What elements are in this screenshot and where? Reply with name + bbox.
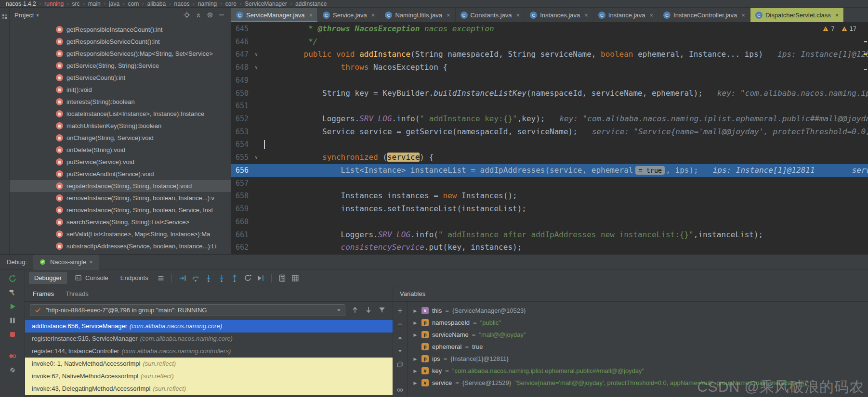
tree-item[interactable]: mputServiceAndInit(Service):void (10, 168, 231, 180)
run-to-cursor-icon[interactable] (255, 272, 266, 284)
stop-icon[interactable] (7, 329, 18, 340)
expand-icon[interactable]: ▶ (412, 381, 418, 385)
breadcrumb-item[interactable]: nacos-1.4.2 (6, 0, 36, 7)
gutter-line-number[interactable]: 646 (231, 36, 260, 49)
tree-item[interactable]: mgetService(String, String):Service (10, 60, 231, 72)
breadcrumb-item[interactable]: src (72, 0, 79, 7)
tree-item[interactable]: monDelete(String):void (10, 144, 231, 156)
collapse-all-icon[interactable] (193, 10, 204, 20)
pause-icon[interactable] (7, 315, 18, 326)
resume-icon[interactable] (7, 301, 18, 312)
arrow-up-icon[interactable] (349, 304, 361, 316)
filter-icon[interactable] (376, 304, 388, 316)
tree-item[interactable]: mlocateInstance(List<Instance>, Instance… (10, 108, 231, 120)
show-execution-point-icon[interactable] (177, 272, 188, 284)
debug-session-tab[interactable]: Nacos-single × (33, 255, 99, 270)
close-icon[interactable]: × (309, 12, 313, 19)
close-icon[interactable]: × (584, 12, 588, 19)
evaluate-expression-icon[interactable] (276, 272, 288, 284)
gutter-line-number[interactable]: 650 (231, 87, 260, 100)
code-line[interactable]: throws NacosException { (260, 61, 868, 74)
tree-item[interactable]: mmatchUnlistenKey(String):boolean (10, 120, 231, 132)
arrow-down-icon[interactable] (363, 304, 374, 316)
chevron-down-icon[interactable]: ▾ (36, 13, 39, 18)
scroll-up-icon[interactable] (395, 333, 405, 342)
mute-breakpoints-icon[interactable] (7, 364, 18, 376)
code-line[interactable]: instances.setInstanceList(instanceList); (260, 203, 868, 216)
tab-frames[interactable]: Frames (33, 290, 54, 297)
debug-tab-console[interactable]: Console (68, 271, 114, 285)
breadcrumb-item[interactable]: nacos (174, 0, 190, 7)
close-icon[interactable]: × (835, 12, 839, 19)
add-watch-icon[interactable] (395, 306, 405, 315)
code-line[interactable]: List<Instance> instanceList = addIpAddre… (260, 164, 868, 177)
code-line[interactable]: * @throws NacosException nacos exception (260, 23, 868, 36)
gutter-line-number[interactable]: 655∨ (231, 151, 260, 164)
step-out-icon[interactable] (229, 272, 240, 284)
breadcrumb-item[interactable]: addInstance (295, 0, 327, 7)
gutter-line-number[interactable]: 662 (231, 241, 260, 254)
breadcrumb-item[interactable]: java (109, 0, 119, 7)
editor-tab[interactable]: CInstances.java× (525, 8, 593, 22)
force-step-into-icon[interactable] (216, 272, 227, 284)
breadcrumb-item[interactable]: core (225, 0, 237, 7)
layout-icon[interactable] (155, 272, 167, 284)
warning-indicator[interactable]: 17 (841, 25, 856, 33)
variable-row[interactable]: ▶vservice = {Service@12529} "Service{nam… (408, 377, 868, 389)
code-line[interactable]: String key = KeyBuilder.buildInstanceLis… (260, 87, 868, 100)
warning-indicator[interactable]: 7 (822, 25, 834, 33)
variable-row[interactable]: ▶pnamespaceId = "public" (408, 317, 868, 329)
close-icon[interactable]: × (741, 12, 745, 19)
frame-row[interactable]: register:144, InstanceController(com.ali… (25, 345, 393, 358)
code-line[interactable] (260, 100, 868, 113)
breadcrumb-item[interactable]: com (128, 0, 139, 7)
frame-row[interactable]: invoke:43, DelegatingMethodAccessorImpl(… (25, 383, 393, 395)
gutter-line-number[interactable]: 657 (231, 177, 260, 190)
inspections-widget[interactable]: 717 (822, 25, 856, 33)
warning-stripe-mark[interactable] (864, 53, 867, 55)
breadcrumb-item[interactable]: ServiceManager (245, 0, 287, 7)
gutter-line-number[interactable]: 648∨ (231, 61, 260, 74)
editor-tab[interactable]: CNamingUtils.java× (380, 8, 455, 22)
remove-watch-icon[interactable] (395, 319, 405, 329)
duplicate-watch-icon[interactable] (395, 359, 405, 369)
step-into-icon[interactable] (203, 272, 214, 284)
code-line[interactable]: Instances instances = new Instances(); (260, 190, 868, 203)
fold-icon[interactable]: ∨ (255, 61, 258, 74)
chevron-down-icon[interactable] (334, 306, 343, 314)
variable-row[interactable]: ▶vthis = {ServiceManager@10523} (408, 305, 868, 317)
code-line[interactable] (260, 138, 868, 151)
editor-tab[interactable]: CInstanceController.java× (658, 8, 750, 22)
editor-body[interactable]: 645646647∨648∨649650651652653654655∨6566… (231, 23, 868, 254)
hide-icon[interactable] (216, 10, 227, 20)
code-line[interactable]: */ (260, 36, 868, 49)
expand-icon[interactable]: ▶ (412, 369, 418, 373)
build-icon[interactable] (7, 287, 18, 298)
thread-selector[interactable]: "http-nio-8848-exec-7"@9,796 in group "m… (30, 304, 345, 316)
tree-item[interactable]: mregisterInstance(String, String, Instan… (10, 180, 231, 192)
tree-item[interactable]: mgetResponsibleInstanceCount():int (10, 24, 231, 36)
close-icon[interactable]: × (371, 12, 375, 19)
code-line[interactable]: public void addInstance(String namespace… (260, 48, 868, 61)
tree-item[interactable]: mgetServiceCount():int (10, 72, 231, 84)
code-line[interactable] (260, 216, 868, 229)
gutter-line-number[interactable]: 647∨ (231, 48, 260, 61)
breadcrumb-item[interactable]: main (88, 0, 101, 7)
tree-item[interactable]: monChange(String, Service):void (10, 132, 231, 144)
fold-icon[interactable]: ∨ (255, 151, 258, 164)
gutter-line-number[interactable]: 658 (231, 190, 260, 203)
breadcrumb-item[interactable]: alibaba (147, 0, 166, 7)
warning-stripe-mark[interactable] (864, 69, 867, 70)
code-line[interactable]: Loggers.SRV_LOG.info(" addInstance key:{… (260, 113, 868, 126)
expand-icon[interactable]: ▶ (412, 308, 418, 313)
variable-row[interactable]: ▶pips = {Instance[1]@12811} (408, 353, 868, 365)
gutter-line-number[interactable]: 661 (231, 229, 260, 242)
scroll-down-icon[interactable] (395, 346, 405, 356)
gutter-line-number[interactable]: 654 (231, 138, 260, 151)
debug-tab-debugger[interactable]: Debugger (29, 272, 67, 284)
frame-row[interactable]: invoke0:-1, NativeMethodAccessorImpl(sun… (25, 358, 393, 370)
project-icon[interactable] (1, 13, 9, 20)
editor-tab[interactable]: CService.java× (318, 8, 380, 22)
code-line[interactable] (260, 74, 868, 87)
editor-tab[interactable]: CDispatcherServlet.class× (750, 8, 844, 22)
